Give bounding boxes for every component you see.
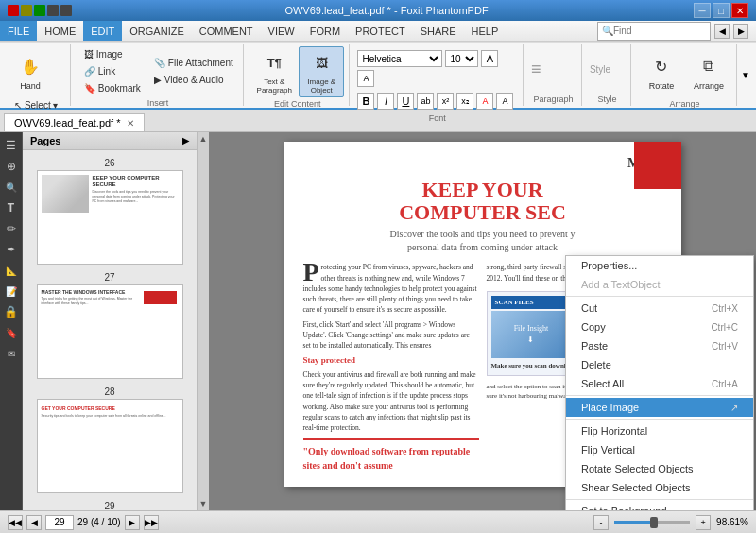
page-number-27: 27 <box>104 272 114 283</box>
menu-share[interactable]: SHARE <box>413 21 464 41</box>
sidebar-toggle-button[interactable]: ☰ <box>2 136 21 155</box>
tab-close-button[interactable]: ✕ <box>127 118 134 129</box>
subscript-button[interactable]: x₂ <box>456 93 473 110</box>
strikethrough-button[interactable]: ab <box>417 93 434 110</box>
close-button[interactable]: ✕ <box>731 3 748 18</box>
ruler-tool-button[interactable]: 📐 <box>2 261 21 280</box>
font-size-select[interactable]: 10 <box>445 50 478 67</box>
search-fwd-button[interactable]: ▶ <box>733 24 748 39</box>
ctx-delete[interactable]: Delete <box>566 355 753 374</box>
menu-file[interactable]: FILE <box>0 21 37 41</box>
last-page-button[interactable]: ▶▶ <box>144 515 159 530</box>
first-page-button[interactable]: ◀◀ <box>8 515 23 530</box>
panel-down-button[interactable]: ▼ <box>199 499 208 508</box>
text-paragraph-button[interactable]: T¶ Text &Paragraph <box>251 46 297 97</box>
maximize-button[interactable]: □ <box>713 3 730 18</box>
pdf-quote: "Only download software from reputable s… <box>303 438 479 473</box>
font-group-label: Font <box>429 112 446 123</box>
menu-comment[interactable]: COMMENT <box>192 21 261 41</box>
panel-scroll[interactable]: ▲ ▼ <box>198 132 209 510</box>
ctx-flip-horizontal[interactable]: Flip Horizontal <box>566 421 753 440</box>
find-tool-button[interactable]: 🔍 <box>2 178 21 197</box>
pdf-computer-sec: COMPUTER SEC <box>303 201 662 224</box>
menu-view[interactable]: VIEW <box>261 21 302 41</box>
font-size-increase-button[interactable]: A <box>481 50 498 67</box>
link-button[interactable]: 🔗 Link <box>78 63 146 79</box>
ctx-properties[interactable]: Properties... <box>566 256 753 275</box>
ctx-shear-selected[interactable]: Shear Selected Objects <box>566 478 753 497</box>
page-image-26[interactable]: KEEP YOUR COMPUTER SECURE Discover the t… <box>37 170 183 265</box>
video-audio-button[interactable]: ▶ Video & Audio <box>148 72 239 88</box>
menu-form[interactable]: FORM <box>302 21 348 41</box>
pencil-tool-button[interactable]: ✏ <box>2 219 21 238</box>
document-tab[interactable]: OWV69.lead_feat.pdf * ✕ <box>4 113 145 131</box>
italic-button[interactable]: I <box>377 93 394 110</box>
ctx-add-textobject: Add a TextObject <box>566 275 753 294</box>
zoom-slider[interactable] <box>614 521 690 524</box>
menu-home[interactable]: HOME <box>37 21 83 41</box>
hand-icon: ✋ <box>17 53 43 79</box>
pages-scroll[interactable]: 26 KEEP YOUR COMPUTER SECURE Discover th… <box>23 150 197 510</box>
hand-tool-button[interactable]: ✋ Hand <box>8 46 53 97</box>
superscript-button[interactable]: x² <box>437 93 454 110</box>
ctx-flip-vertical[interactable]: Flip Vertical <box>566 440 753 459</box>
search-box[interactable]: 🔍 <box>597 22 711 41</box>
ctx-paste[interactable]: Paste Ctrl+V <box>566 336 753 355</box>
page-number-input[interactable] <box>45 515 74 530</box>
ribbon-group-tools: ✋ Hand ↖ Select ▾ 🔍 Zoom ▾ <box>2 44 71 106</box>
pen-tool-button[interactable]: ✒ <box>2 240 21 259</box>
page-thumb-29[interactable]: 29 KEEP YOUR COMPUTER SECURE Protecting … <box>30 501 189 510</box>
page-image-28[interactable]: GET YOUR COMPUTER SECURE Security tips a… <box>37 399 183 493</box>
bookmark-icon: 🔖 <box>84 83 95 94</box>
lock-tool-button[interactable]: 🔒 <box>2 302 21 321</box>
bookmark-tool-button[interactable]: 🔖 <box>2 323 21 342</box>
ribbon-scroll-button[interactable]: ▼ <box>741 70 750 80</box>
text-tool-button[interactable]: T <box>2 198 21 217</box>
pdf-corner-box <box>634 142 681 189</box>
panel-up-button[interactable]: ▲ <box>199 134 208 144</box>
menu-help[interactable]: HELP <box>464 21 507 41</box>
file-attachment-button[interactable]: 📎 File Attachment <box>148 55 239 71</box>
page-thumb-26[interactable]: 26 KEEP YOUR COMPUTER SECURE Discover th… <box>30 158 189 265</box>
mail-tool-button[interactable]: ✉ <box>2 344 21 363</box>
zoom-out-button[interactable]: - <box>593 515 609 530</box>
insert-group-label: Insert <box>147 96 169 108</box>
image-button[interactable]: 🖼 Image <box>78 46 146 62</box>
select-button[interactable]: ↖ Select ▾ <box>9 97 64 113</box>
zoom-in-button[interactable]: + <box>696 515 711 530</box>
window-title: OWV69.lead_feat.pdf * - Foxit PhantomPDF <box>79 5 694 16</box>
pages-label: Pages <box>30 135 60 146</box>
doc-tab-label: OWV69.lead_feat.pdf * <box>14 117 121 129</box>
bold-button[interactable]: B <box>357 93 374 110</box>
menu-organize[interactable]: ORGANIZE <box>122 21 191 41</box>
bookmark-button[interactable]: 🔖 Bookmark <box>78 80 146 96</box>
underline-button[interactable]: U <box>397 93 414 110</box>
page-label: 29 (4 / 10) <box>77 517 121 527</box>
ctx-copy[interactable]: Copy Ctrl+C <box>566 318 753 336</box>
prev-page-button[interactable]: ◀ <box>26 515 42 530</box>
menu-protect[interactable]: PROTECT <box>348 21 413 41</box>
rotate-button[interactable]: ↻ Rotate <box>639 46 684 97</box>
font-size-decrease-button[interactable]: A <box>357 70 374 87</box>
page-thumb-27[interactable]: 27 MASTER THE WINDOWS INTERFACE Tips and… <box>30 272 189 379</box>
search-back-button[interactable]: ◀ <box>714 24 730 39</box>
ctx-place-image[interactable]: Place Image ↗ <box>566 398 753 417</box>
font-family-select[interactable]: Helvetica <box>357 50 442 67</box>
ctx-set-background[interactable]: Set to Background <box>566 502 753 510</box>
arrange-button[interactable]: ⧉ Arrange <box>686 46 731 97</box>
add-tool-button[interactable]: ⊕ <box>2 157 21 176</box>
next-page-button[interactable]: ▶ <box>125 515 140 530</box>
menu-edit[interactable]: EDIT <box>83 21 122 41</box>
notes-tool-button[interactable]: 📝 <box>2 282 21 301</box>
ctx-select-all[interactable]: Select All Ctrl+A <box>566 374 753 393</box>
pdf-body-text: rotecting your PC from viruses, spyware,… <box>303 263 477 314</box>
ctx-rotate-selected[interactable]: Rotate Selected Objects <box>566 459 753 478</box>
minimize-button[interactable]: ─ <box>694 3 711 18</box>
page-thumb-28[interactable]: 28 GET YOUR COMPUTER SECURE Security tip… <box>30 387 189 493</box>
image-object-button[interactable]: 🖼 Image &Object <box>299 46 344 97</box>
font-color-button[interactable]: A <box>476 93 493 110</box>
search-input[interactable] <box>613 26 708 36</box>
page-image-27[interactable]: MASTER THE WINDOWS INTERFACE Tips and tr… <box>37 284 183 379</box>
ctx-cut[interactable]: Cut Ctrl+X <box>566 299 753 318</box>
highlight-color-button[interactable]: A <box>496 93 513 110</box>
